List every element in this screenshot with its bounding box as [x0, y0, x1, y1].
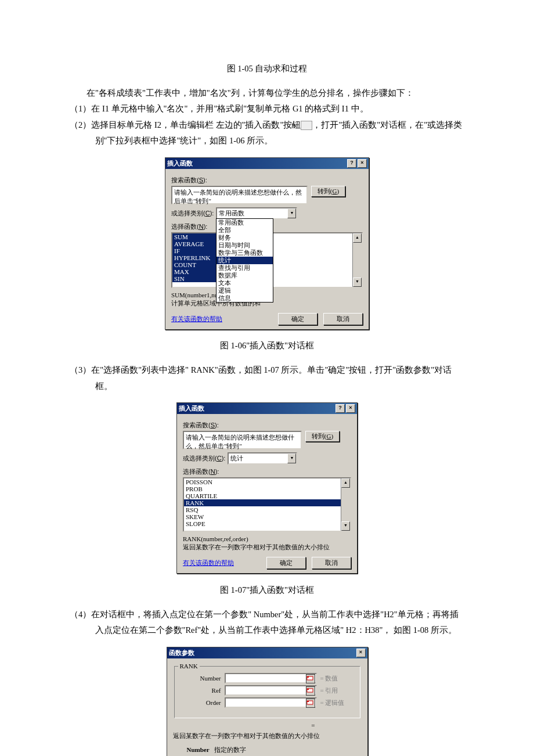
- param-input[interactable]: [225, 685, 317, 696]
- param-hint: = 引用: [320, 686, 338, 695]
- caption-1-05: 图 1-05 自动求和过程: [70, 61, 464, 77]
- select-func-label: 选择函数(N):: [183, 467, 351, 476]
- list-item[interactable]: SKEW: [184, 513, 350, 520]
- scrollbar[interactable]: ▲▼: [341, 478, 350, 531]
- insert-function-dialog-1: 插入函数 ? × 搜索函数(S): 请输入一条简短的说明来描述您想做什么，然后单…: [165, 157, 369, 330]
- ok-button[interactable]: 确定: [278, 313, 317, 325]
- step-2: （2）选择目标单元格 I2，单击编辑栏 左边的"插入函数"按钮fx，打开"插入函…: [70, 117, 464, 149]
- help-link[interactable]: 有关该函数的帮助: [183, 559, 234, 567]
- search-label: 搜索函数(S):: [171, 176, 363, 185]
- param-row: Number= 数值: [181, 673, 354, 683]
- dialog-title: 插入函数: [179, 404, 204, 413]
- insert-function-dialog-2: 插入函数 ? × 搜索函数(S): 请输入一条简短的说明来描述您想做什么，然后单…: [176, 402, 358, 574]
- ref-edit-icon[interactable]: [306, 686, 315, 696]
- step-3: （3）在"选择函数"列表中选择" RANK"函数，如图 1-07 所示。单击"确…: [70, 362, 464, 394]
- dropdown-option[interactable]: 统计: [217, 257, 273, 264]
- param-label: Order: [181, 699, 225, 706]
- function-listbox[interactable]: POISSONPROBQUARTILERANKRSQSKEWSLOPE▲▼: [183, 477, 351, 532]
- rank-group: RANK Number= 数值Ref= 引用Order= 逻辑值: [174, 666, 360, 718]
- category-select[interactable]: 统计: [228, 452, 297, 465]
- search-input[interactable]: 请输入一条简短的说明来描述您想做什么，然后单击"转到": [171, 186, 308, 204]
- go-button[interactable]: 转到(G): [305, 431, 340, 442]
- category-label: 或选择类别(C):: [183, 454, 225, 463]
- dropdown-option[interactable]: 数学与三角函数: [217, 249, 273, 257]
- caption-1-06: 图 1-06"插入函数"对话框: [70, 338, 464, 354]
- dropdown-option[interactable]: 逻辑: [217, 287, 273, 294]
- help-button[interactable]: ?: [335, 404, 345, 413]
- dropdown-option[interactable]: 常用函数: [217, 219, 273, 226]
- close-button[interactable]: ×: [356, 649, 366, 657]
- cancel-button[interactable]: 取消: [323, 313, 363, 325]
- category-label: 或选择类别(C):: [171, 209, 214, 218]
- ref-edit-icon[interactable]: [306, 674, 315, 683]
- cancel-button[interactable]: 取消: [312, 557, 351, 569]
- dropdown-option[interactable]: 财务: [217, 234, 273, 242]
- list-item[interactable]: PROB: [184, 485, 350, 492]
- list-item[interactable]: HYPERLINK: [172, 254, 219, 261]
- param-label: Ref: [181, 687, 225, 694]
- scroll-down-icon[interactable]: ▼: [341, 521, 350, 531]
- search-input[interactable]: 请输入一条简短的说明来描述您想做什么，然后单击"转到": [183, 431, 302, 449]
- list-item[interactable]: IF: [172, 247, 219, 254]
- group-legend: RANK: [178, 663, 200, 669]
- scroll-up-icon[interactable]: ▲: [353, 233, 362, 243]
- func-description: RANK(number,ref,order)返回某数字在一列数字中相对于其他数值…: [183, 535, 351, 551]
- category-dropdown[interactable]: 常用函数全部财务日期与时间数学与三角函数统计查找与引用数据库文本逻辑信息: [216, 218, 273, 303]
- titlebar[interactable]: 函数参数 ×: [167, 647, 367, 658]
- close-button[interactable]: ×: [358, 159, 367, 168]
- param-row: Ref= 引用: [181, 685, 354, 696]
- list-item[interactable]: RANK: [184, 499, 350, 506]
- dropdown-option[interactable]: 查找与引用: [217, 264, 273, 272]
- step-1: （1）在 I1 单元格中输入"名次"，并用"格式刷"复制单元格 G1 的格式到 …: [70, 101, 464, 117]
- close-button[interactable]: ×: [346, 404, 355, 413]
- dialog-title: 插入函数: [167, 159, 193, 168]
- list-item[interactable]: RSQ: [184, 506, 350, 513]
- fx-icon: fx: [301, 121, 312, 130]
- help-link[interactable]: 有关该函数的帮助: [171, 315, 222, 323]
- dropdown-option[interactable]: 数据库: [217, 272, 273, 279]
- list-item[interactable]: SIN: [172, 275, 219, 282]
- scroll-up-icon[interactable]: ▲: [341, 478, 350, 488]
- param-hint: = 数值: [320, 674, 338, 683]
- titlebar[interactable]: 插入函数 ? ×: [165, 158, 369, 169]
- ok-button[interactable]: 确定: [266, 557, 306, 569]
- param-hint: = 逻辑值: [320, 699, 345, 707]
- search-label: 搜索函数(S):: [183, 421, 351, 430]
- equals-line: =: [173, 722, 362, 729]
- intro-para: 在"各科成绩表"工作表中，增加"名次"列，计算每位学生的总分排名，操作步骤如下：: [70, 85, 464, 102]
- svg-rect-3: [307, 689, 309, 690]
- scrollbar[interactable]: ▲▼: [352, 233, 362, 287]
- dropdown-option[interactable]: 信息: [217, 294, 273, 302]
- go-button[interactable]: 转到(G): [311, 186, 345, 197]
- param-row: Order= 逻辑值: [181, 697, 354, 708]
- svg-rect-1: [307, 676, 309, 678]
- arg-description: Number 指定的数字: [187, 746, 362, 754]
- list-item[interactable]: SUM: [172, 233, 219, 240]
- titlebar[interactable]: 插入函数 ? ×: [177, 403, 357, 414]
- list-item[interactable]: QUARTILE: [184, 492, 350, 499]
- help-button[interactable]: ?: [347, 159, 356, 168]
- dropdown-option[interactable]: 日期与时间: [217, 242, 273, 249]
- ref-edit-icon[interactable]: [306, 699, 315, 708]
- param-label: Number: [181, 675, 225, 682]
- dropdown-option[interactable]: 全部: [217, 226, 273, 234]
- svg-rect-5: [307, 701, 309, 702]
- list-item[interactable]: AVERAGE: [172, 240, 219, 247]
- step-4: （4）在对话框中，将插入点定位在第一个参数" Number"处，从当前工作表中选…: [70, 607, 464, 639]
- list-item[interactable]: POISSON: [184, 478, 350, 485]
- dropdown-option[interactable]: 文本: [217, 279, 273, 287]
- caption-1-07: 图 1-07"插入函数"对话框: [70, 582, 464, 599]
- dropdown-icon[interactable]: ▼: [287, 453, 296, 463]
- list-item[interactable]: COUNT: [172, 261, 219, 268]
- dialog-title: 函数参数: [169, 649, 194, 657]
- category-select[interactable]: 常用函数: [216, 207, 297, 219]
- param-input[interactable]: [225, 697, 317, 708]
- scroll-down-icon[interactable]: ▼: [353, 278, 362, 287]
- param-input[interactable]: [225, 673, 317, 683]
- dropdown-icon[interactable]: ▼: [287, 208, 296, 218]
- list-item[interactable]: MAX: [172, 268, 219, 275]
- rank-description: 返回某数字在一列数字中相对于其他数值的大小排位: [173, 732, 362, 740]
- list-item[interactable]: SLOPE: [184, 520, 350, 527]
- function-args-dialog: 函数参数 × RANK Number= 数值Ref= 引用Order= 逻辑值 …: [167, 647, 368, 756]
